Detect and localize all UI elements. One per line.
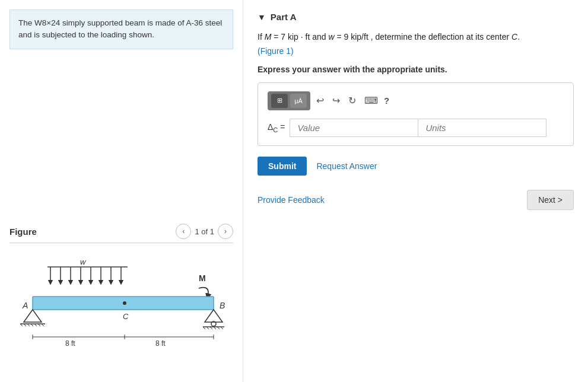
dim-right: 8 ft [155, 339, 166, 348]
part-header: ▼ Part A [258, 12, 574, 22]
submit-button[interactable]: Submit [258, 157, 307, 176]
help-button[interactable]: ? [384, 95, 389, 106]
request-answer-link[interactable]: Request Answer [316, 161, 377, 171]
grid-icon: ⊞ [277, 97, 282, 104]
figure-next-button[interactable]: › [218, 224, 233, 239]
figure-image: w M [9, 248, 233, 373]
part-title: Part A [271, 12, 297, 22]
action-row: Submit Request Answer [258, 157, 574, 176]
M-var: M [265, 32, 272, 42]
answer-box: ⊞ μÀ ↩ ↪ ↻ ⌨ ? [258, 82, 574, 146]
M-label: M [199, 273, 206, 283]
next-button[interactable]: Next > [527, 190, 574, 210]
redo-icon: ↪ [332, 95, 340, 106]
figure-section: Figure ‹ 1 of 1 › w [9, 224, 233, 373]
redo-button[interactable]: ↪ [330, 94, 342, 107]
figure-header: Figure ‹ 1 of 1 › [9, 224, 233, 243]
grid-format-button[interactable]: ⊞ [271, 94, 288, 108]
beam-diagram-svg: w M [12, 254, 231, 373]
problem-description: If M = 7 kip · ft and w = 9 kip/ft , det… [258, 30, 574, 59]
figure-prev-button[interactable]: ‹ [176, 224, 191, 239]
keyboard-icon: ⌨ [364, 95, 378, 106]
A-label: A [22, 301, 28, 310]
keyboard-button[interactable]: ⌨ [362, 94, 380, 107]
mu-icon: μÀ [294, 97, 303, 104]
problem-statement: The W8×24 simply supported beam is made … [9, 9, 233, 49]
units-input[interactable] [418, 119, 546, 137]
mu-format-button[interactable]: μÀ [290, 94, 307, 108]
left-support [24, 310, 42, 322]
undo-button[interactable]: ↩ [314, 94, 326, 107]
refresh-icon: ↻ [348, 95, 356, 106]
C-var: C [511, 32, 517, 42]
w-label: w [80, 257, 87, 266]
format-btn-group: ⊞ μÀ [268, 91, 310, 110]
w-var: w [328, 32, 334, 42]
C-point [123, 301, 126, 305]
provide-feedback-link[interactable]: Provide Feedback [258, 195, 325, 205]
delta-sub: C [273, 126, 278, 133]
express-label: Express your answer with the appropriate… [258, 65, 574, 74]
figure-counter: 1 of 1 [195, 227, 214, 236]
question-mark-icon: ? [384, 95, 389, 106]
bottom-row: Provide Feedback Next > [258, 190, 574, 210]
value-input[interactable] [290, 119, 418, 137]
figure-title: Figure [9, 227, 37, 237]
chevron-left-icon: ‹ [182, 227, 185, 235]
left-panel: The W8×24 simply supported beam is made … [0, 0, 243, 382]
answer-input-row: ΔC = [268, 119, 564, 137]
chevron-right-icon: › [224, 227, 227, 235]
B-label: B [220, 301, 225, 310]
figure-nav: ‹ 1 of 1 › [176, 224, 233, 239]
right-panel: ▼ Part A If M = 7 kip · ft and w = 9 kip… [243, 0, 588, 382]
dim-left: 8 ft [65, 339, 75, 348]
refresh-button[interactable]: ↻ [346, 94, 358, 107]
collapse-arrow-icon[interactable]: ▼ [258, 12, 266, 22]
undo-icon: ↩ [316, 95, 324, 106]
toolbar: ⊞ μÀ ↩ ↪ ↻ ⌨ ? [268, 91, 564, 110]
figure-link[interactable]: (Figure 1) [258, 46, 294, 56]
right-support [205, 310, 223, 322]
problem-statement-text: The W8×24 simply supported beam is made … [18, 18, 222, 39]
delta-label: ΔC = [268, 122, 285, 133]
C-label: C [123, 312, 129, 321]
